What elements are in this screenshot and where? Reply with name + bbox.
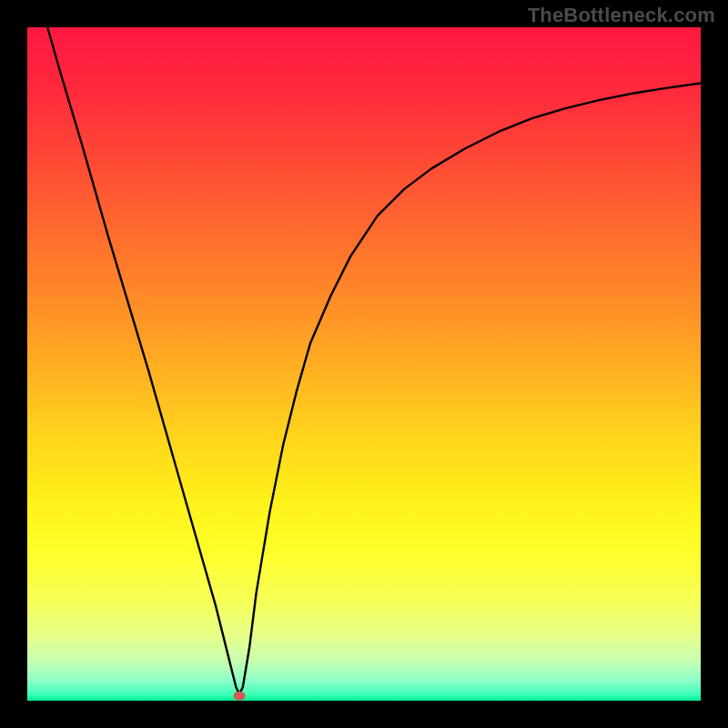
plot-svg [27, 27, 701, 701]
gradient-background [27, 27, 701, 701]
chart-container: TheBottleneck.com [0, 0, 728, 728]
marker-dot [234, 692, 246, 701]
watermark-text: TheBottleneck.com [528, 4, 715, 27]
plot-frame [27, 27, 701, 701]
